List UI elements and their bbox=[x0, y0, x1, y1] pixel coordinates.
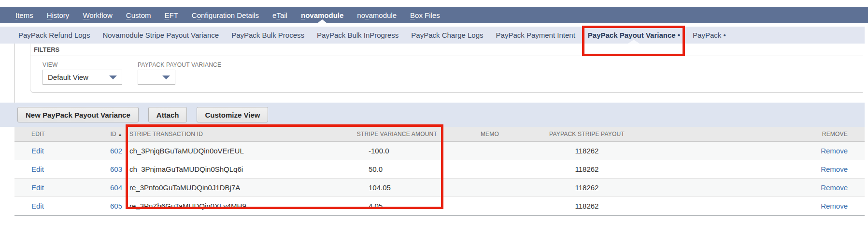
paypack-stripe-payout-cell: 118262 bbox=[536, 160, 638, 179]
nav-item-7-novamodule[interactable]: novamodule bbox=[301, 7, 343, 23]
column-header-remove[interactable]: REMOVE bbox=[638, 127, 865, 142]
remove-link[interactable]: Remove bbox=[821, 165, 848, 173]
customize-view-button[interactable]: Customize View bbox=[197, 107, 268, 122]
content-left-border bbox=[14, 44, 15, 103]
tab-paypack-bulk-inprogress[interactable]: PayPack Bulk InProgress bbox=[317, 27, 398, 44]
edit-link[interactable]: Edit bbox=[31, 165, 44, 173]
remove-link[interactable]: Remove bbox=[821, 183, 848, 192]
sort-ascending-icon: ▲ bbox=[118, 132, 122, 137]
stripe-variance-amount-cell: 4.05 bbox=[347, 197, 443, 216]
row-id-link-cell: 603 bbox=[68, 160, 127, 179]
remove-link[interactable]: Remove bbox=[821, 202, 848, 210]
paypack-payout-variance-filter-group: PAYPACK PAYOUT VARIANCE bbox=[138, 61, 221, 85]
table-row: Edit603ch_3PnjmaGuTaMUDQin0ShQLq6i50.011… bbox=[14, 160, 865, 179]
memo-cell bbox=[443, 197, 536, 216]
edit-link-cell: Edit bbox=[14, 179, 68, 197]
paypack-stripe-payout-cell: 118262 bbox=[536, 197, 638, 216]
top-nav: ItemsHistoryWorkflowCustomEFTConfigurati… bbox=[0, 7, 868, 23]
tab-paypack-bulk-process[interactable]: PayPack Bulk Process bbox=[231, 27, 304, 44]
tab-paypack-payment-intent[interactable]: PayPack Payment Intent bbox=[496, 27, 575, 44]
table-header-row: EDITID▲STRIPE TRANSACTION IDSTRIPE VARIA… bbox=[14, 127, 865, 142]
stripe-transaction-id-cell: ch_3PnjmaGuTaMUDQin0ShQLq6i bbox=[127, 160, 347, 179]
nav-item-0-items[interactable]: Items bbox=[15, 7, 33, 23]
column-header-id[interactable]: ID▲ bbox=[68, 127, 127, 142]
edit-link[interactable]: Edit bbox=[31, 147, 44, 155]
remove-link-cell: Remove bbox=[638, 142, 865, 160]
column-header-paypack-stripe-payout[interactable]: PAYPACK STRIPE PAYOUT bbox=[536, 127, 638, 142]
stripe-variance-amount-cell: 50.0 bbox=[347, 160, 443, 179]
edit-link-cell: Edit bbox=[14, 197, 68, 216]
dropdown-caret-icon bbox=[162, 76, 170, 79]
dropdown-caret-icon bbox=[109, 76, 117, 79]
new-paypack-payout-variance-button[interactable]: New PayPack Payout Variance bbox=[17, 107, 139, 122]
paypack-stripe-payout-cell: 118262 bbox=[536, 142, 638, 160]
nav-item-8-novamodule[interactable]: novamodule bbox=[357, 7, 397, 23]
row-id-link-cell: 605 bbox=[68, 197, 127, 216]
table-row: Edit602ch_3PnjqBGuTaMUDQin0oVErEUL-100.0… bbox=[14, 142, 865, 160]
nav-item-4-eft[interactable]: EFT bbox=[164, 7, 178, 23]
paypack-stripe-payout-cell: 118262 bbox=[536, 179, 638, 197]
remove-link-cell: Remove bbox=[638, 197, 865, 216]
row-id-link[interactable]: 605 bbox=[110, 202, 122, 210]
table-row: Edit605re_3PnZb6GuTaMUDQin0XLv4MH94.0511… bbox=[14, 197, 865, 216]
filters-fields: VIEW Default View PAYPACK PAYOUT VARIANC… bbox=[30, 56, 863, 85]
edit-link[interactable]: Edit bbox=[31, 202, 44, 210]
edit-link-cell: Edit bbox=[14, 142, 68, 160]
stripe-variance-amount-cell: 104.05 bbox=[347, 179, 443, 197]
memo-cell bbox=[443, 160, 536, 179]
column-header-edit[interactable]: EDIT bbox=[14, 127, 68, 142]
nav-item-2-workflow[interactable]: Workflow bbox=[83, 7, 112, 23]
row-id-link[interactable]: 602 bbox=[110, 147, 122, 155]
tab-novamodule-stripe-payout-variance[interactable]: Novamodule Stripe Payout Variance bbox=[102, 27, 219, 44]
paypack-payout-variance-filter-label: PAYPACK PAYOUT VARIANCE bbox=[138, 61, 221, 68]
action-toolbar: New PayPack Payout Variance Attach Custo… bbox=[0, 103, 865, 127]
active-tab-caret-icon bbox=[628, 40, 640, 44]
paypack-payout-variance-select[interactable] bbox=[138, 70, 175, 85]
memo-cell bbox=[443, 142, 536, 160]
nav-item-1-history[interactable]: History bbox=[47, 7, 70, 23]
column-header-memo[interactable]: MEMO bbox=[443, 127, 536, 142]
filters-title: FILTERS bbox=[30, 44, 863, 56]
column-header-stripe-variance-amount[interactable]: STRIPE VARIANCE AMOUNT bbox=[347, 127, 443, 142]
view-filter-group: VIEW Default View bbox=[43, 61, 122, 85]
tab-paypack-payout-variance[interactable]: PayPack Payout Variance • bbox=[588, 27, 680, 44]
edit-link-cell: Edit bbox=[14, 160, 68, 179]
stripe-variance-amount-cell: -100.0 bbox=[347, 142, 443, 160]
row-id-link-cell: 604 bbox=[68, 179, 127, 197]
filters-panel: FILTERS VIEW Default View PAYPACK PAYOUT… bbox=[30, 44, 863, 93]
tab-paypack-charge-logs[interactable]: PayPack Charge Logs bbox=[411, 27, 483, 44]
active-nav-caret-icon bbox=[317, 19, 327, 23]
payout-variance-table: EDITID▲STRIPE TRANSACTION IDSTRIPE VARIA… bbox=[14, 127, 865, 216]
remove-link-cell: Remove bbox=[638, 179, 865, 197]
table-row: Edit604re_3Pnfo0GuTaMUDQin0J1DBj7A104.05… bbox=[14, 179, 865, 197]
row-id-link[interactable]: 604 bbox=[110, 183, 122, 192]
edit-link[interactable]: Edit bbox=[31, 183, 44, 192]
view-select[interactable]: Default View bbox=[43, 70, 122, 85]
remove-link[interactable]: Remove bbox=[821, 147, 848, 155]
view-filter-label: VIEW bbox=[43, 61, 122, 68]
stripe-transaction-id-cell: re_3PnZb6GuTaMUDQin0XLv4MH9 bbox=[127, 197, 347, 216]
nav-item-3-custom[interactable]: Custom bbox=[126, 7, 151, 23]
table-body: Edit602ch_3PnjqBGuTaMUDQin0oVErEUL-100.0… bbox=[14, 142, 865, 216]
tab-paypack-refund-logs[interactable]: PayPack Refund Logs bbox=[18, 27, 90, 44]
row-id-link-cell: 602 bbox=[68, 142, 127, 160]
nav-item-5-configuration-details[interactable]: Configuration Details bbox=[192, 7, 259, 23]
stripe-transaction-id-cell: ch_3PnjqBGuTaMUDQin0oVErEUL bbox=[127, 142, 347, 160]
remove-link-cell: Remove bbox=[638, 160, 865, 179]
page: ItemsHistoryWorkflowCustomEFTConfigurati… bbox=[0, 0, 868, 227]
subtab-bar: PayPack Refund LogsNovamodule Stripe Pay… bbox=[0, 27, 865, 44]
attach-button[interactable]: Attach bbox=[148, 107, 187, 122]
nav-item-9-box-files[interactable]: Box Files bbox=[410, 7, 440, 23]
view-select-value: Default View bbox=[48, 73, 88, 81]
tab-paypack[interactable]: PayPack • bbox=[693, 27, 726, 44]
row-id-link[interactable]: 603 bbox=[110, 165, 122, 173]
stripe-transaction-id-cell: re_3Pnfo0GuTaMUDQin0J1DBj7A bbox=[127, 179, 347, 197]
nav-item-6-etail[interactable]: eTail bbox=[272, 7, 287, 23]
memo-cell bbox=[443, 179, 536, 197]
column-header-stripe-transaction-id[interactable]: STRIPE TRANSACTION ID bbox=[127, 127, 347, 142]
